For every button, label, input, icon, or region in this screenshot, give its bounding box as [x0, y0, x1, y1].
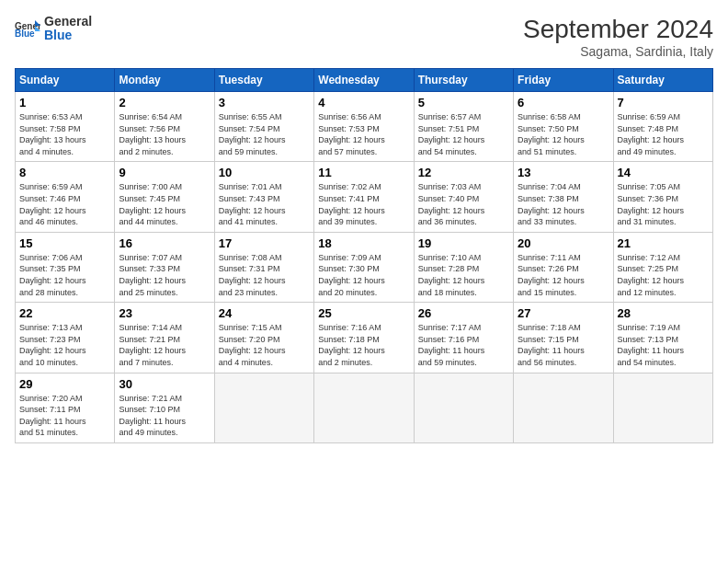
day-info: Sunrise: 7:13 AMSunset: 7:23 PMDaylight:…: [19, 322, 110, 368]
day-number: 4: [318, 96, 409, 109]
calendar-cell: 22Sunrise: 7:13 AMSunset: 7:23 PMDayligh…: [16, 303, 115, 373]
calendar-cell: 18Sunrise: 7:09 AMSunset: 7:30 PMDayligh…: [314, 232, 414, 302]
calendar-cell: 4Sunrise: 6:56 AMSunset: 7:53 PMDaylight…: [314, 92, 414, 162]
calendar-cell: 30Sunrise: 7:21 AMSunset: 7:10 PMDayligh…: [115, 373, 214, 442]
header-row: Sunday Monday Tuesday Wednesday Thursday…: [16, 69, 713, 92]
day-info: Sunrise: 7:02 AMSunset: 7:41 PMDaylight:…: [318, 181, 409, 227]
day-info: Sunrise: 7:12 AMSunset: 7:25 PMDaylight:…: [618, 252, 709, 298]
day-info: Sunrise: 7:15 AMSunset: 7:20 PMDaylight:…: [219, 322, 310, 368]
calendar-cell: 17Sunrise: 7:08 AMSunset: 7:31 PMDayligh…: [214, 232, 313, 302]
calendar-cell: 11Sunrise: 7:02 AMSunset: 7:41 PMDayligh…: [314, 162, 414, 232]
day-info: Sunrise: 6:58 AMSunset: 7:50 PMDaylight:…: [518, 111, 609, 157]
day-number: 10: [219, 166, 310, 179]
calendar-cell: 29Sunrise: 7:20 AMSunset: 7:11 PMDayligh…: [16, 373, 115, 442]
day-info: Sunrise: 7:21 AMSunset: 7:10 PMDaylight:…: [119, 393, 210, 439]
day-number: 25: [318, 306, 409, 320]
calendar-cell: 19Sunrise: 7:10 AMSunset: 7:28 PMDayligh…: [414, 232, 513, 302]
day-info: Sunrise: 7:20 AMSunset: 7:11 PMDaylight:…: [19, 393, 110, 439]
calendar-cell: 5Sunrise: 6:57 AMSunset: 7:51 PMDaylight…: [414, 92, 513, 162]
day-number: 15: [19, 236, 110, 250]
logo-icon: General Blue: [15, 18, 40, 39]
calendar-cell: 7Sunrise: 6:59 AMSunset: 7:48 PMDaylight…: [613, 92, 712, 162]
day-number: 1: [19, 96, 110, 109]
day-info: Sunrise: 7:16 AMSunset: 7:18 PMDaylight:…: [318, 322, 409, 368]
logo-blue: Blue: [44, 29, 92, 42]
day-info: Sunrise: 6:59 AMSunset: 7:46 PMDaylight:…: [19, 181, 110, 227]
calendar-cell: 10Sunrise: 7:01 AMSunset: 7:43 PMDayligh…: [214, 162, 313, 232]
day-info: Sunrise: 7:09 AMSunset: 7:30 PMDaylight:…: [318, 252, 409, 298]
calendar-cell: 14Sunrise: 7:05 AMSunset: 7:36 PMDayligh…: [613, 162, 712, 232]
day-info: Sunrise: 6:54 AMSunset: 7:56 PMDaylight:…: [119, 111, 210, 157]
calendar-cell: [214, 373, 313, 442]
calendar-cell: 20Sunrise: 7:11 AMSunset: 7:26 PMDayligh…: [514, 232, 613, 302]
calendar-cell: 21Sunrise: 7:12 AMSunset: 7:25 PMDayligh…: [613, 232, 712, 302]
col-tuesday: Tuesday: [214, 69, 313, 92]
day-info: Sunrise: 7:03 AMSunset: 7:40 PMDaylight:…: [418, 181, 509, 227]
day-info: Sunrise: 7:11 AMSunset: 7:26 PMDaylight:…: [518, 252, 609, 298]
day-number: 19: [418, 236, 509, 250]
day-number: 11: [318, 166, 409, 179]
day-number: 13: [518, 166, 609, 179]
svg-text:Blue: Blue: [15, 29, 35, 39]
col-saturday: Saturday: [613, 69, 712, 92]
day-info: Sunrise: 6:59 AMSunset: 7:48 PMDaylight:…: [618, 111, 709, 157]
calendar-body: 1Sunrise: 6:53 AMSunset: 7:58 PMDaylight…: [16, 92, 713, 443]
day-number: 16: [119, 236, 210, 250]
calendar-cell: 27Sunrise: 7:18 AMSunset: 7:15 PMDayligh…: [514, 303, 613, 373]
calendar-cell: 3Sunrise: 6:55 AMSunset: 7:54 PMDaylight…: [214, 92, 313, 162]
day-number: 8: [19, 166, 110, 179]
subtitle: Sagama, Sardinia, Italy: [523, 44, 713, 59]
day-number: 7: [618, 96, 709, 109]
day-info: Sunrise: 6:57 AMSunset: 7:51 PMDaylight:…: [418, 111, 509, 157]
calendar-cell: 12Sunrise: 7:03 AMSunset: 7:40 PMDayligh…: [414, 162, 513, 232]
day-number: 5: [418, 96, 509, 109]
day-number: 9: [119, 166, 210, 179]
day-info: Sunrise: 7:01 AMSunset: 7:43 PMDaylight:…: [219, 181, 310, 227]
month-title: September 2024: [523, 15, 713, 44]
day-number: 14: [618, 166, 709, 179]
calendar-cell: 9Sunrise: 7:00 AMSunset: 7:45 PMDaylight…: [115, 162, 214, 232]
day-info: Sunrise: 7:07 AMSunset: 7:33 PMDaylight:…: [119, 252, 210, 298]
calendar-cell: [514, 373, 613, 442]
calendar-week-3: 15Sunrise: 7:06 AMSunset: 7:35 PMDayligh…: [16, 232, 713, 302]
title-area: September 2024 Sagama, Sardinia, Italy: [523, 15, 713, 59]
day-info: Sunrise: 7:00 AMSunset: 7:45 PMDaylight:…: [119, 181, 210, 227]
calendar-page: General Blue General Blue September 2024…: [0, 0, 728, 563]
day-info: Sunrise: 6:56 AMSunset: 7:53 PMDaylight:…: [318, 111, 409, 157]
col-friday: Friday: [514, 69, 613, 92]
day-number: 18: [318, 236, 409, 250]
calendar-table: Sunday Monday Tuesday Wednesday Thursday…: [15, 68, 713, 443]
calendar-cell: [314, 373, 414, 442]
day-info: Sunrise: 6:55 AMSunset: 7:54 PMDaylight:…: [219, 111, 310, 157]
calendar-cell: 28Sunrise: 7:19 AMSunset: 7:13 PMDayligh…: [613, 303, 712, 373]
calendar-cell: [414, 373, 513, 442]
day-info: Sunrise: 7:19 AMSunset: 7:13 PMDaylight:…: [618, 322, 709, 368]
calendar-cell: 6Sunrise: 6:58 AMSunset: 7:50 PMDaylight…: [514, 92, 613, 162]
calendar-cell: 8Sunrise: 6:59 AMSunset: 7:46 PMDaylight…: [16, 162, 115, 232]
day-number: 23: [119, 306, 210, 320]
day-info: Sunrise: 7:10 AMSunset: 7:28 PMDaylight:…: [418, 252, 509, 298]
logo: General Blue General Blue: [15, 15, 92, 43]
calendar-cell: 25Sunrise: 7:16 AMSunset: 7:18 PMDayligh…: [314, 303, 414, 373]
day-number: 29: [19, 377, 110, 391]
calendar-cell: 15Sunrise: 7:06 AMSunset: 7:35 PMDayligh…: [16, 232, 115, 302]
logo-general: General: [44, 15, 92, 29]
day-info: Sunrise: 7:08 AMSunset: 7:31 PMDaylight:…: [219, 252, 310, 298]
day-number: 17: [219, 236, 310, 250]
col-monday: Monday: [115, 69, 214, 92]
calendar-cell: 13Sunrise: 7:04 AMSunset: 7:38 PMDayligh…: [514, 162, 613, 232]
col-thursday: Thursday: [414, 69, 513, 92]
day-number: 22: [19, 306, 110, 320]
calendar-cell: 2Sunrise: 6:54 AMSunset: 7:56 PMDaylight…: [115, 92, 214, 162]
day-info: Sunrise: 7:04 AMSunset: 7:38 PMDaylight:…: [518, 181, 609, 227]
calendar-cell: 26Sunrise: 7:17 AMSunset: 7:16 PMDayligh…: [414, 303, 513, 373]
day-info: Sunrise: 7:05 AMSunset: 7:36 PMDaylight:…: [618, 181, 709, 227]
day-info: Sunrise: 7:14 AMSunset: 7:21 PMDaylight:…: [119, 322, 210, 368]
calendar-cell: 16Sunrise: 7:07 AMSunset: 7:33 PMDayligh…: [115, 232, 214, 302]
day-number: 30: [119, 377, 210, 391]
calendar-week-4: 22Sunrise: 7:13 AMSunset: 7:23 PMDayligh…: [16, 303, 713, 373]
calendar-week-5: 29Sunrise: 7:20 AMSunset: 7:11 PMDayligh…: [16, 373, 713, 442]
calendar-cell: 24Sunrise: 7:15 AMSunset: 7:20 PMDayligh…: [214, 303, 313, 373]
calendar-header: Sunday Monday Tuesday Wednesday Thursday…: [16, 69, 713, 92]
day-number: 24: [219, 306, 310, 320]
